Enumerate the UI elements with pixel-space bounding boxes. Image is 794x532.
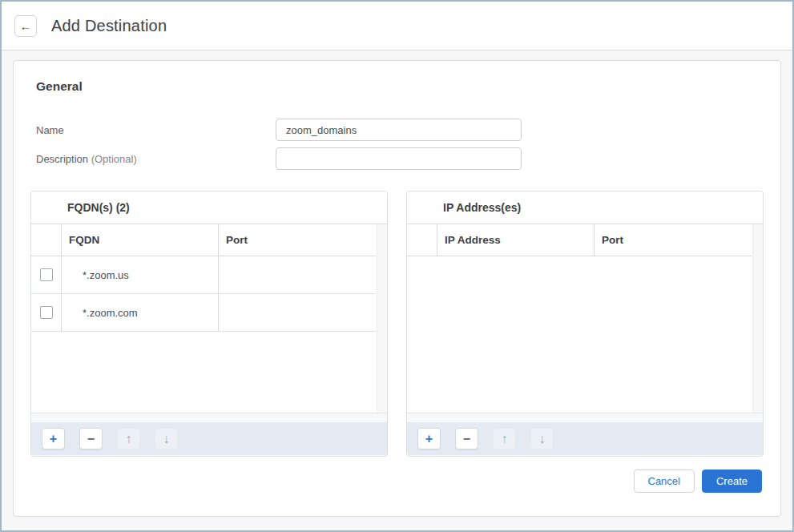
row-checkbox[interactable] [40,306,53,319]
checkbox-column-header [407,224,437,256]
fqdn-panel: FQDN(s) (2) FQDN Port *.zoom.us *.zoo [30,191,388,457]
add-row-button[interactable]: + [417,428,441,449]
row-checkbox[interactable] [40,268,53,281]
panel-spacer [31,413,387,422]
name-label: Name [36,119,276,136]
description-label: Description (Optional) [36,147,276,165]
general-form: Name Description (Optional) [14,119,780,170]
row-value-cell[interactable]: *.zoom.us [62,256,219,293]
page-title: Add Destination [51,17,167,35]
ip-table-header: IP Address Port [407,224,752,256]
move-up-button[interactable]: ↑ [117,428,140,449]
ip-table: IP Address Port [407,224,763,413]
add-row-button[interactable]: + [42,428,65,449]
scrollbar-track [752,224,763,413]
scrollbar-track [377,224,387,413]
description-row: Description (Optional) [36,147,780,170]
description-input[interactable] [276,147,522,170]
ip-address-column-header: IP Address [437,224,594,256]
ip-panel: IP Address(es) IP Address Port + [406,191,764,457]
table-row: *.zoom.com [31,294,376,332]
section-title-general: General [36,79,780,94]
move-up-button[interactable]: ↑ [493,428,516,449]
remove-row-button[interactable]: − [455,428,478,449]
fqdn-table: FQDN Port *.zoom.us *.zoom.com [31,224,387,413]
create-button[interactable]: Create [702,470,762,493]
page-body: General Name Description (Optional) [2,50,792,517]
move-down-button[interactable]: ↓ [155,428,178,449]
fqdn-column-header: FQDN [62,224,219,256]
row-port-cell[interactable] [219,294,376,331]
move-down-button[interactable]: ↓ [530,428,554,449]
row-checkbox-cell [31,294,62,331]
name-row: Name [36,119,780,141]
remove-row-button[interactable]: − [79,428,103,449]
fqdn-toolbar: + − ↑ ↓ [31,422,387,455]
table-empty-area [407,256,752,413]
fqdn-rows: *.zoom.us *.zoom.com [31,256,387,332]
add-destination-window: ← Add Destination General Name Descripti… [0,0,794,532]
back-button[interactable]: ← [14,15,37,37]
fqdn-panel-title: FQDN(s) (2) [31,191,387,224]
fqdn-table-header: FQDN Port [31,224,376,256]
row-value-cell[interactable]: *.zoom.com [62,294,219,331]
checkbox-column-header [31,224,62,256]
port-column-header: Port [219,224,376,256]
page-header: ← Add Destination [2,2,792,50]
row-port-cell[interactable] [219,256,376,293]
cancel-button[interactable]: Cancel [634,470,695,493]
name-input[interactable] [276,119,522,141]
ip-panel-title: IP Address(es) [407,191,763,224]
panel-spacer [407,413,763,422]
general-card: General Name Description (Optional) [13,60,781,517]
table-row: *.zoom.us [31,256,376,294]
description-optional-suffix: (Optional) [91,153,137,165]
form-actions: Cancel Create [32,470,762,493]
port-column-header: Port [594,224,752,256]
tables-region: FQDN(s) (2) FQDN Port *.zoom.us *.zoo [30,191,764,457]
table-empty-area [31,332,376,413]
back-arrow-icon: ← [20,20,32,32]
ip-toolbar: + − ↑ ↓ [407,422,763,455]
row-checkbox-cell [31,256,62,293]
